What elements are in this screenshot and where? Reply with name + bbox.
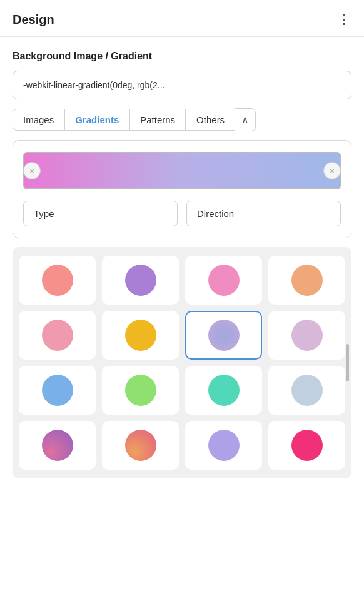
- gradient-panel: × × Type Direction: [13, 140, 351, 238]
- gradient-handle-left[interactable]: ×: [23, 162, 41, 179]
- preset-item[interactable]: [185, 421, 262, 470]
- tab-images[interactable]: Images: [13, 109, 64, 131]
- preset-circle: [42, 265, 73, 296]
- tab-patterns[interactable]: Patterns: [129, 109, 186, 131]
- preset-item[interactable]: [19, 256, 96, 305]
- gradient-value-input[interactable]: -webkit-linear-gradient(0deg, rgb(2...: [13, 71, 351, 99]
- preset-circle: [42, 375, 73, 406]
- close-left-icon: ×: [29, 166, 34, 176]
- tabs-row: Images Gradients Patterns Others ∧: [13, 108, 351, 131]
- preset-circle: [125, 430, 156, 461]
- section-title: Background Image / Gradient: [13, 51, 351, 62]
- preset-circle: [125, 375, 156, 406]
- preset-item[interactable]: [19, 311, 96, 360]
- preset-item[interactable]: [19, 421, 96, 470]
- chevron-up-icon: ∧: [241, 114, 249, 126]
- preset-item[interactable]: [102, 421, 179, 470]
- page-title: Design: [13, 13, 54, 27]
- preset-item[interactable]: [268, 366, 345, 415]
- preset-item[interactable]: [102, 256, 179, 305]
- preset-item[interactable]: [185, 311, 262, 360]
- preset-circle: [42, 430, 73, 461]
- type-direction-row: Type Direction: [23, 201, 341, 226]
- preset-item[interactable]: [268, 256, 345, 305]
- type-button[interactable]: Type: [23, 201, 178, 226]
- preset-circle: [291, 265, 323, 296]
- preset-circle: [208, 320, 240, 351]
- preset-circle: [291, 430, 323, 461]
- presets-panel: [13, 247, 351, 478]
- gradient-bar-row: × ×: [23, 152, 341, 189]
- header: Design ⋮: [0, 0, 364, 37]
- preset-item[interactable]: [268, 421, 345, 470]
- preset-circle: [291, 375, 323, 406]
- tab-others[interactable]: Others: [186, 109, 235, 131]
- preset-circle: [208, 265, 240, 296]
- preset-circle: [125, 320, 156, 351]
- gradient-bar[interactable]: [23, 152, 341, 189]
- gradient-handle-right[interactable]: ×: [323, 162, 341, 179]
- preset-circle: [42, 320, 73, 351]
- preset-circle: [208, 430, 240, 461]
- tab-gradients[interactable]: Gradients: [64, 109, 129, 131]
- preset-circle: [291, 320, 323, 351]
- preset-item[interactable]: [185, 256, 262, 305]
- scrollbar: [346, 344, 349, 381]
- close-right-icon: ×: [330, 166, 335, 176]
- preset-item[interactable]: [19, 366, 96, 415]
- preset-item[interactable]: [102, 311, 179, 360]
- preset-item[interactable]: [102, 366, 179, 415]
- tabs-collapse-button[interactable]: ∧: [235, 108, 256, 131]
- direction-button[interactable]: Direction: [186, 201, 341, 226]
- preset-circle: [125, 265, 156, 296]
- preset-item[interactable]: [268, 311, 345, 360]
- preset-item[interactable]: [185, 366, 262, 415]
- more-options-icon[interactable]: ⋮: [337, 11, 351, 28]
- background-section: Background Image / Gradient -webkit-line…: [0, 37, 364, 478]
- preset-circle: [208, 375, 240, 406]
